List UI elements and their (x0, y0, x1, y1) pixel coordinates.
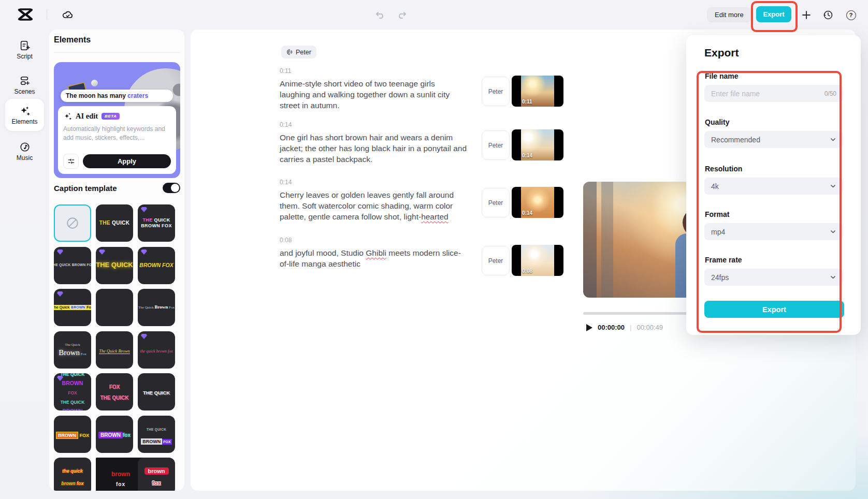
caption-template-tile[interactable]: BROWN FOX (138, 247, 175, 284)
segment-video-thumbnail[interactable]: 0:11 (512, 76, 563, 107)
music-icon (19, 141, 31, 153)
caption-template-tile[interactable]: The Quick Brown (96, 331, 133, 369)
panel-title: Elements (54, 35, 91, 45)
caption-template-tile[interactable]: THE QUICKBROWN FOX (138, 204, 175, 242)
ai-settings-button[interactable] (63, 154, 79, 169)
script-icon (19, 40, 31, 51)
segment-speaker-box[interactable]: Peter (482, 130, 510, 160)
caption-template-tile[interactable]: The Quick BROWN Fox (54, 289, 91, 326)
panel-divider (54, 52, 180, 53)
misspelled-word: hearted (421, 212, 449, 221)
quality-select[interactable]: Recommended (704, 131, 843, 148)
segment-video-thumbnail[interactable]: 0:08 (512, 245, 563, 276)
segment-speaker-box[interactable]: Peter (482, 246, 510, 275)
caption-template-label: Caption template (54, 184, 117, 193)
caption-template-tile[interactable]: THE QUICKBROWNFOX (138, 416, 175, 453)
caption-template-tile[interactable]: THE QUICK (96, 247, 133, 284)
cloud-sync-icon[interactable] (61, 8, 75, 21)
sidebar-item-music[interactable]: Music (5, 135, 44, 167)
topbar-divider (47, 9, 47, 20)
caption-template-tile[interactable]: BROWN FOX (54, 416, 91, 453)
thumbnail-duration-badge: 0:14 (522, 153, 532, 158)
segment-speaker-box[interactable]: Peter (482, 188, 510, 217)
ai-sparkle-icon (63, 112, 72, 121)
play-button[interactable] (586, 324, 592, 331)
sidebar-item-script[interactable]: Script (5, 34, 44, 66)
char-counter: 0/50 (824, 90, 836, 97)
caption-highlight-word: craters (127, 92, 148, 99)
total-time: 00:00:49 (636, 324, 663, 331)
pro-badge-icon (141, 207, 147, 212)
segment-video-thumbnail[interactable]: 0:14 (512, 187, 563, 218)
caption-template-tile[interactable]: THE QUICK BROWN FOX (54, 247, 91, 284)
sidebar-item-scenes[interactable]: Scenes (5, 69, 44, 101)
capcut-logo (18, 8, 33, 21)
segment-time: 0:08 (280, 237, 566, 244)
satellite-image (91, 80, 98, 86)
ai-edit-inner-card: AI edit BETA Automatically highlight key… (58, 106, 176, 174)
segment-time: 0:11 (280, 67, 566, 75)
segment-video-thumbnail[interactable]: 0:14 (512, 129, 563, 160)
sidebar-item-label: Scenes (14, 88, 35, 95)
ai-edit-title: AI edit (76, 112, 98, 121)
chevron-down-icon (830, 136, 836, 143)
add-icon[interactable] (800, 8, 813, 22)
export-top-button[interactable]: Export (756, 6, 791, 22)
ai-caption-sample: The moon has many craters (61, 90, 173, 102)
caption-template-tile[interactable]: FOXTHE QUICK (96, 373, 133, 410)
frame-rate-select[interactable]: 24fps (704, 269, 843, 286)
sliders-icon (67, 157, 75, 165)
quality-label: Quality (705, 118, 729, 126)
segment-text[interactable]: One girl has short brown hair and wears … (280, 132, 467, 165)
resolution-select[interactable]: 4k (704, 178, 843, 195)
pro-badge-icon (57, 250, 63, 255)
redo-icon[interactable] (395, 8, 408, 22)
pro-badge-icon (99, 250, 105, 255)
current-time: 00:00:00 (598, 324, 625, 331)
caption-template-tile[interactable]: The Quick Brown Fox (138, 289, 175, 326)
segment-time: 0:14 (280, 179, 566, 186)
format-select[interactable]: mp4 (704, 223, 843, 240)
chevron-down-icon (830, 228, 836, 235)
caption-template-tile[interactable]: brownfox (138, 458, 175, 491)
edit-more-button[interactable]: Edit more (707, 7, 751, 22)
elements-icon (19, 105, 31, 116)
thumbnail-duration-badge: 0:08 (522, 268, 532, 274)
time-separator: | (630, 324, 631, 331)
segment-speaker-box[interactable]: Peter (482, 77, 510, 106)
undo-icon[interactable] (374, 8, 387, 22)
file-name-input[interactable]: Enter file name 0/50 (704, 85, 843, 102)
beta-badge: BETA (102, 113, 120, 120)
caption-template-toggle[interactable] (163, 183, 180, 193)
caption-template-none-tile[interactable] (54, 204, 91, 242)
top-bar: Edit more Export ? (0, 0, 868, 30)
history-icon[interactable] (821, 8, 835, 22)
caption-template-tile[interactable]: The QuickBrown Fox (54, 331, 91, 369)
caption-template-tile[interactable]: BROWNfox (96, 416, 133, 453)
help-icon[interactable]: ? (844, 8, 858, 22)
file-name-label: File name (705, 72, 739, 80)
script-segment: 0:11Anime-style short video of two teena… (280, 67, 566, 75)
resolution-label: Resolution (705, 165, 742, 173)
thumbnail-duration-badge: 0:14 (522, 210, 532, 216)
caption-template-tile[interactable] (96, 289, 133, 326)
apply-button[interactable]: Apply (83, 154, 171, 168)
ai-edit-description: Automatically highlight keywords and add… (63, 125, 169, 142)
segment-text[interactable]: and joyful mood, Studio Ghibli meets mod… (280, 247, 467, 269)
export-confirm-button[interactable]: Export (704, 301, 844, 318)
caption-template-tile[interactable]: the quick brown fox (138, 331, 175, 369)
segment-text[interactable]: Anime-style short video of two teenage g… (280, 78, 467, 111)
format-label: Format (705, 210, 729, 218)
caption-template-tile[interactable]: THE QUICK (96, 204, 133, 242)
pro-badge-icon (141, 334, 147, 339)
ai-edit-card: The moon has many craters AI edit BETA A… (54, 62, 180, 178)
sidebar-item-elements[interactable]: Elements (5, 99, 44, 131)
file-name-placeholder: Enter file name (711, 90, 760, 98)
speaker-chip[interactable]: Peter (281, 46, 316, 58)
sidebar-item-label: Music (17, 154, 33, 162)
caption-template-tile[interactable]: THE QUICKBROWNFOXTHE QUICKBROWN (54, 373, 91, 410)
segment-text[interactable]: Cherry leaves or golden leaves gently fa… (280, 189, 467, 222)
caption-template-tile[interactable]: the quickbrown fox (54, 458, 91, 491)
export-panel-title: Export (704, 47, 739, 59)
caption-template-tile[interactable]: THE QUICK (138, 373, 175, 410)
